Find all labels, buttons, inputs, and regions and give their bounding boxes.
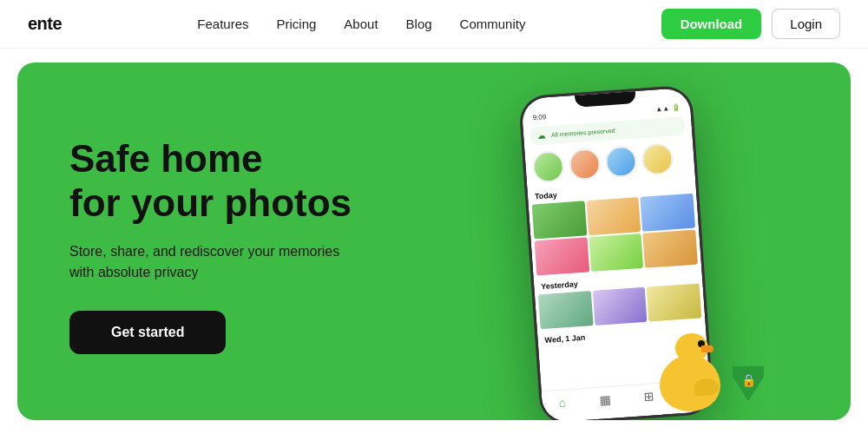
get-started-button[interactable]: Get started [69,311,226,354]
nav-features[interactable]: Features [197,16,248,31]
photo-6 [643,230,698,268]
shield-icon: 🔒 [733,366,764,403]
photo-7 [538,291,593,329]
albums-nav-icon[interactable]: ▦ [599,392,611,407]
photo-2 [586,197,641,235]
duck-mascot [651,333,729,411]
phone-signals: ▲▲ 🔋 [655,103,681,113]
hero-subtitle: Store, share, and rediscover your memori… [69,241,347,283]
photo-8 [592,287,647,326]
login-button[interactable]: Login [772,9,840,39]
download-button[interactable]: Download [661,9,762,39]
cloud-icon: ☁ [537,130,547,141]
duck-wing [694,378,719,396]
hero-section: ♡ 📷 Safe home for your photos Store, sha… [17,62,851,420]
nav-links: Features Pricing About Blog Community [197,16,525,31]
photo-9 [647,283,701,321]
memory-circle-1 [531,150,564,183]
nav-blog[interactable]: Blog [406,16,432,31]
photo-5 [589,233,643,272]
nav-about[interactable]: About [344,16,378,31]
brand-logo[interactable]: ente [28,14,62,34]
yesterday-photo-grid [535,283,705,329]
nav-actions: Download Login [661,9,840,39]
memory-circle-2 [568,148,601,181]
memories-row [525,141,695,184]
photo-3 [641,194,695,232]
today-photo-grid [529,193,701,275]
nav-community[interactable]: Community [460,16,526,31]
nav-pricing[interactable]: Pricing [277,16,317,31]
duck-body [660,355,720,411]
hero-title: Safe home for your photos [69,137,352,225]
hero-text: Safe home for your photos Store, share, … [17,128,352,353]
phone-mockup-area: 9:09 ▲▲ 🔋 ☁ All memories preserved Today [469,73,764,420]
duck-beak [701,345,713,352]
memory-circle-3 [604,145,637,178]
photo-4 [535,237,589,275]
phone-banner: ☁ All memories preserved [529,116,685,145]
memory-circle-4 [641,142,674,175]
home-nav-icon[interactable]: ⌂ [558,395,567,410]
lock-icon: 🔒 [741,373,756,387]
phone-time: 9:09 [532,113,546,122]
photo-1 [532,201,587,239]
navbar: ente Features Pricing About Blog Communi… [0,0,868,49]
